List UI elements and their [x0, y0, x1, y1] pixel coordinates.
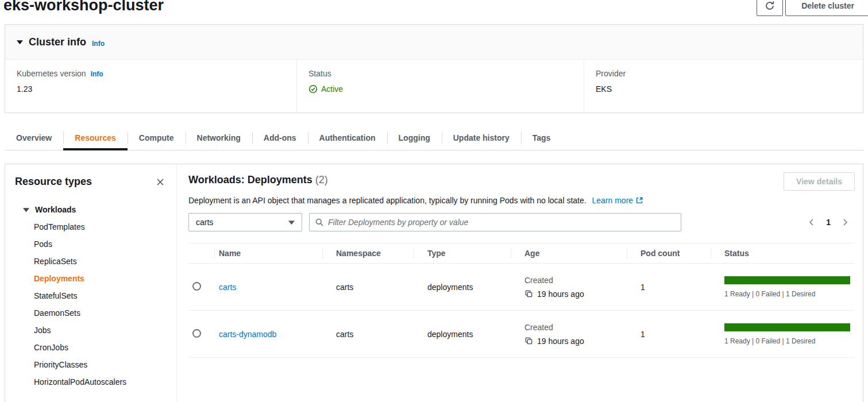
- sidebar-item-replicasets[interactable]: ReplicaSets: [15, 253, 166, 270]
- view-details-button[interactable]: View details: [784, 172, 855, 191]
- pod-count-cell: 1: [627, 264, 711, 311]
- column-header-status: Status: [711, 243, 855, 264]
- close-icon: [156, 177, 165, 187]
- tab-resources[interactable]: Resources: [63, 127, 128, 150]
- sidebar-item-pods[interactable]: Pods: [15, 235, 166, 253]
- age-cell: Created 19 hours ago: [511, 264, 627, 311]
- deployments-title: Workloads: Deployments(2): [188, 174, 328, 186]
- status-check-icon: [308, 84, 318, 94]
- cluster-tabs: Overview Resources Compute Networking Ad…: [5, 127, 863, 150]
- column-header-type: Type: [414, 243, 511, 264]
- status-label: Status: [308, 69, 572, 78]
- column-header-namespace: Namespace: [322, 243, 414, 264]
- cluster-info-panel: Cluster info Info Kubernetes version Inf…: [5, 24, 863, 113]
- collapse-caret-icon[interactable]: [17, 40, 23, 45]
- status-progress-bar: [724, 276, 850, 284]
- search-icon: [315, 218, 324, 227]
- page-title: eks-workshop-cluster: [3, 0, 164, 14]
- sidebar-item-podtemplates[interactable]: PodTemplates: [15, 218, 166, 235]
- status-caption: 1 Ready | 0 Failed | 1 Desired: [724, 337, 850, 345]
- cluster-info-title: Cluster info: [29, 36, 86, 48]
- resource-types-sidebar: Resource types Workloads PodTemplates Po…: [5, 164, 177, 402]
- age-cell: Created 19 hours ago: [511, 311, 627, 358]
- workloads-group-toggle[interactable]: Workloads: [15, 205, 166, 214]
- kubernetes-version-info-link[interactable]: Info: [91, 70, 103, 78]
- namespace-cell: carts: [322, 264, 414, 311]
- table-row: carts-dynamodb carts deployments Created: [188, 311, 855, 358]
- table-header-row: Name Namespace Type Age Pod count Status: [188, 243, 855, 264]
- resource-types-list: PodTemplates Pods ReplicaSets Deployment…: [15, 218, 166, 391]
- sidebar-item-statefulsets[interactable]: StatefulSets: [15, 287, 166, 304]
- sidebar-item-priorityclasses[interactable]: PriorityClasses: [15, 356, 166, 373]
- tab-update-history[interactable]: Update history: [442, 127, 521, 150]
- pagination: 1: [807, 218, 855, 227]
- table-row: carts carts deployments Created: [188, 264, 855, 311]
- page-number[interactable]: 1: [826, 218, 831, 227]
- chevron-down-icon: [288, 220, 295, 225]
- status-cell: 1 Ready | 0 Failed | 1 Desired: [711, 264, 855, 311]
- status-cell: 1 Ready | 0 Failed | 1 Desired: [711, 311, 855, 358]
- column-header-age: Age: [511, 243, 627, 264]
- pod-count-cell: 1: [627, 311, 711, 358]
- column-header-name: Name: [214, 243, 322, 264]
- external-link-icon: [635, 196, 643, 204]
- deployments-description: Deployment is an API object that manages…: [188, 196, 855, 205]
- kubernetes-version-label: Kubernetes version: [17, 69, 86, 78]
- type-cell: deployments: [414, 264, 511, 311]
- previous-page-button[interactable]: [807, 218, 816, 227]
- chevron-down-icon: [23, 207, 29, 212]
- tab-compute[interactable]: Compute: [128, 127, 186, 150]
- copy-icon[interactable]: [524, 289, 533, 298]
- kubernetes-version-value: 1.23: [17, 84, 285, 94]
- refresh-button[interactable]: [757, 0, 783, 16]
- sidebar-item-jobs[interactable]: Jobs: [15, 322, 166, 339]
- resources-panel: Resource types Workloads PodTemplates Po…: [5, 164, 863, 402]
- namespace-filter-value: carts: [196, 218, 213, 227]
- cluster-info-body: Kubernetes version Info 1.23 Status Acti…: [5, 60, 863, 113]
- type-cell: deployments: [414, 311, 511, 358]
- search-input[interactable]: [328, 218, 676, 227]
- search-box: [309, 213, 681, 231]
- status-progress-bar: [724, 323, 850, 331]
- column-header-pod-count: Pod count: [627, 243, 711, 264]
- provider-label: Provider: [596, 69, 851, 78]
- row-radio-button[interactable]: [192, 329, 201, 338]
- provider-value: EKS: [596, 84, 851, 94]
- learn-more-link[interactable]: Learn more: [592, 196, 644, 205]
- sidebar-item-cronjobs[interactable]: CronJobs: [15, 339, 166, 356]
- status-field: Status Active: [296, 60, 584, 113]
- namespace-filter-dropdown[interactable]: carts: [188, 213, 302, 231]
- provider-field: Provider EKS: [584, 60, 863, 113]
- sidebar-item-horizontalpodautoscalers[interactable]: HorizontalPodAutoscalers: [15, 373, 166, 391]
- filter-row: carts 1: [188, 213, 855, 231]
- selection-column-header: [188, 243, 214, 264]
- cluster-info-header: Cluster info Info: [5, 25, 863, 60]
- cluster-info-info-link[interactable]: Info: [92, 40, 105, 48]
- namespace-cell: carts: [322, 311, 414, 358]
- tab-logging[interactable]: Logging: [387, 127, 442, 150]
- tab-networking[interactable]: Networking: [186, 127, 252, 150]
- refresh-icon: [765, 1, 775, 11]
- sidebar-item-daemonsets[interactable]: DaemonSets: [15, 304, 166, 322]
- delete-cluster-button[interactable]: Delete cluster: [785, 0, 868, 16]
- row-radio-button[interactable]: [192, 282, 201, 291]
- tab-overview[interactable]: Overview: [5, 127, 63, 150]
- resource-types-title: Resource types: [15, 176, 92, 188]
- tab-add-ons[interactable]: Add-ons: [252, 127, 308, 150]
- close-sidebar-button[interactable]: [155, 176, 166, 188]
- status-value: Active: [321, 84, 343, 94]
- deployments-table: Name Namespace Type Age Pod count Status…: [188, 243, 855, 358]
- deployment-name-link[interactable]: carts-dynamodb: [219, 330, 276, 339]
- deployment-name-link[interactable]: carts: [219, 283, 236, 292]
- deployments-main: Workloads: Deployments(2) View details D…: [177, 164, 863, 402]
- deployments-count: (2): [315, 174, 328, 185]
- next-page-button[interactable]: [840, 218, 850, 227]
- copy-icon[interactable]: [524, 337, 533, 345]
- status-caption: 1 Ready | 0 Failed | 1 Desired: [724, 290, 850, 298]
- kubernetes-version-field: Kubernetes version Info 1.23: [5, 60, 296, 113]
- tab-tags[interactable]: Tags: [521, 127, 562, 150]
- tab-authentication[interactable]: Authentication: [308, 127, 387, 150]
- workloads-group-label: Workloads: [35, 205, 76, 214]
- sidebar-item-deployments[interactable]: Deployments: [15, 270, 166, 287]
